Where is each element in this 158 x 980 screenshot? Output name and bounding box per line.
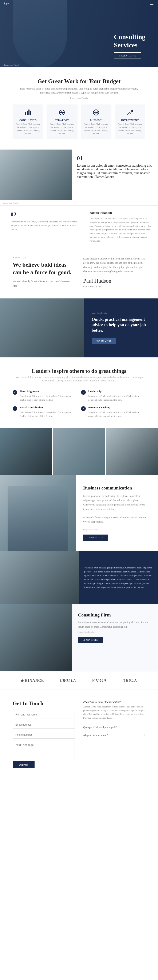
check-icon-team-alignment (13, 390, 17, 395)
feature-02-right: Sample Headline Duis sente ulla dolor si… (86, 206, 158, 246)
logos-section: ◆ BINANCE CROLLA EVGA TESLA (0, 671, 158, 690)
logo-evga: EVGA (92, 678, 107, 683)
cf-left (0, 604, 72, 671)
hero-learn-more-button[interactable]: LEARN MORE (114, 52, 141, 59)
cf-title: Consulting Firm (78, 612, 152, 618)
biz-comm-photo-credit: Image from Freepik (83, 528, 151, 531)
faq-answer-1: Aenean lectus felis, accumsan tortor pos… (83, 705, 145, 720)
great-work-section: Get Great Work for Your Budget Duis sent… (0, 67, 158, 150)
faq-expander-2[interactable]: Quesque efficitur adipiscing elit? › (83, 724, 145, 731)
card-strategy-title: STRATEGY (49, 119, 75, 121)
card-mission-text: Sample Text. Click to select the text bo… (83, 123, 109, 135)
about-left: ABOUT US We believe bold ideas can be a … (13, 256, 75, 288)
management-content: Image from Freepik Quick, practical mana… (84, 298, 158, 357)
feature-02-content: 02 Lorem ipsum dolor sit amet, consectet… (0, 206, 86, 246)
feature-02-headline: Sample Headline (89, 211, 153, 215)
faq-question-2: Quesque efficitur adipiscing elit? (83, 726, 117, 729)
contact-us-button[interactable]: CONTACT US (83, 535, 108, 541)
leader-item-team-alignment: Team Alignment Sample text. Click to sel… (13, 390, 77, 402)
svg-rect-3 (30, 111, 31, 115)
svg-rect-0 (25, 112, 26, 115)
biz-comm-text: Lorem ipsum and the following elit is pl… (83, 494, 151, 511)
two-img-right-content-block: Vulputate enim nulla aliquet porttitor l… (79, 551, 158, 604)
feature-01-text: Lorem ipsum dolor sit amet, consectetur … (77, 164, 153, 179)
contact-section: Get In Touch SUBMIT Phasellus sit amet e… (0, 690, 158, 779)
cf-learn-more-button[interactable]: LEARN MORE (78, 637, 103, 643)
feature-01-content: 01 Lorem ipsum dolor sit amet, consectet… (72, 150, 158, 205)
site-logo: logo (4, 2, 9, 5)
card-investment-title: INVESTMENT (117, 119, 143, 121)
faq-expander-3[interactable]: Aliquam sit amet dolor? › (83, 731, 145, 739)
leader-text-board-consultation: Sample text. Click to select the text bo… (20, 410, 77, 418)
faq-question-1: Phasellus sit amet efficitur dolor? (83, 700, 145, 704)
management-photo-credit: Image from Freepik (92, 312, 151, 314)
message-textarea[interactable] (13, 741, 75, 758)
feature-01-number: 01 (77, 155, 153, 162)
card-consulting-text: Sample Text. Click to select the text bo… (15, 123, 41, 135)
leader-title-personal-coaching: Personal Coaching (88, 406, 145, 409)
management-learn-more-button[interactable]: LEARN MORE (92, 338, 116, 344)
contact-faq: Phasellus sit amet efficitur dolor? Aene… (83, 700, 145, 768)
biz-comm-content: Business communication Lorem ipsum and t… (76, 475, 158, 551)
hero-section: logo ☰ Consulting Services LEARN MORE Im… (0, 0, 158, 67)
leader-text-team-alignment: Sample text. Click to select the text bo… (20, 394, 77, 402)
leader-title-team-alignment: Team Alignment (20, 390, 77, 393)
logo-crolla: CROLLA (60, 678, 76, 683)
contact-form: Get In Touch SUBMIT (13, 700, 75, 768)
leaders-section: Leaders inspire others to do great thing… (0, 357, 158, 428)
svg-point-9 (96, 112, 97, 113)
mission-icon (92, 108, 100, 117)
cf-content: Consulting Firm Lorem ipsum dolor sit am… (72, 604, 158, 671)
collage-image-1 (0, 428, 52, 475)
right-content-text: Vulputate enim nulla aliquet porttitor l… (79, 551, 158, 604)
biz-comm-photo (0, 475, 76, 551)
about-title: We believe bold ideas can be a force for… (13, 261, 75, 276)
great-work-title: Get Great Work for Your Budget (13, 78, 145, 85)
management-photo (0, 298, 84, 357)
signature: Paul Hudson (83, 278, 145, 284)
hero-content: Consulting Services LEARN MORE (114, 33, 145, 59)
two-img-left-photo (0, 551, 79, 604)
management-title: Quick, practical management advice to he… (92, 317, 151, 333)
hero-photo-credit: Image from Freepik (4, 64, 19, 66)
contact-title: Get In Touch (13, 700, 75, 706)
card-consulting-title: CONSULTING (15, 119, 41, 121)
cf-photo (0, 604, 72, 671)
menu-icon[interactable]: ☰ (150, 2, 154, 7)
feature-02-row: 02 Lorem ipsum dolor sit amet, consectet… (0, 205, 158, 246)
leaders-subtitle: Lorem ipsum dolor sit amet, consectetur … (13, 376, 145, 382)
about-right-text: Every project is unique, with its own se… (83, 256, 145, 274)
email-input[interactable] (13, 721, 75, 729)
check-icon-board-consultation (13, 406, 17, 411)
chevron-right-icon-2: › (144, 733, 145, 737)
collage-image-2 (53, 428, 105, 475)
hero-title: Consulting Services (114, 33, 145, 49)
feature-row: Images from Freepik 01 Lorem ipsum dolor… (0, 150, 158, 205)
leader-item-leadership: Leadership Sample text. Click to select … (81, 390, 145, 402)
cf-text: Lorem ipsum dolor sit amet. Consectetur … (78, 620, 152, 629)
check-icon-personal-coaching (81, 406, 86, 411)
leader-title-leadership: Leadership (88, 390, 145, 393)
logo-binance: ◆ BINANCE (21, 678, 44, 683)
leaders-grid: Team Alignment Sample text. Click to sel… (13, 390, 145, 418)
phone-input[interactable] (13, 731, 75, 739)
biz-comm-title: Business communication (83, 485, 151, 491)
cf-photo-credit: Images from Freepik (78, 631, 152, 634)
card-consulting: CONSULTING Sample Text. Click to select … (13, 105, 43, 139)
svg-rect-1 (27, 111, 28, 115)
feature-01-left: Images from Freepik (0, 150, 72, 205)
about-label: ABOUT US (13, 256, 75, 259)
leader-text-personal-coaching: Sample text. Click to select the text bo… (88, 410, 145, 418)
card-investment-text: Sample Text. Click to select the text bo… (117, 123, 143, 135)
submit-button[interactable]: SUBMIT (13, 761, 35, 768)
management-section: Image from Freepik Quick, practical mana… (0, 298, 158, 357)
leader-title-board-consultation: Board Consultation (20, 406, 77, 409)
two-image-row: Vulputate enim nulla aliquet porttitor l… (0, 551, 158, 604)
leader-text-leadership: Sample text. Click to select the text bo… (88, 394, 145, 402)
faq-question-3: Aliquam sit amet dolor? (83, 733, 108, 737)
great-work-photo-credit: Images from Freepik (13, 97, 145, 99)
card-investment: INVESTMENT Sample Text. Click to select … (115, 105, 145, 139)
great-work-subtitle: Duis sente ulla dolor sit amet, consecte… (20, 87, 138, 95)
name-input[interactable] (13, 711, 75, 718)
image-collage (0, 428, 158, 475)
